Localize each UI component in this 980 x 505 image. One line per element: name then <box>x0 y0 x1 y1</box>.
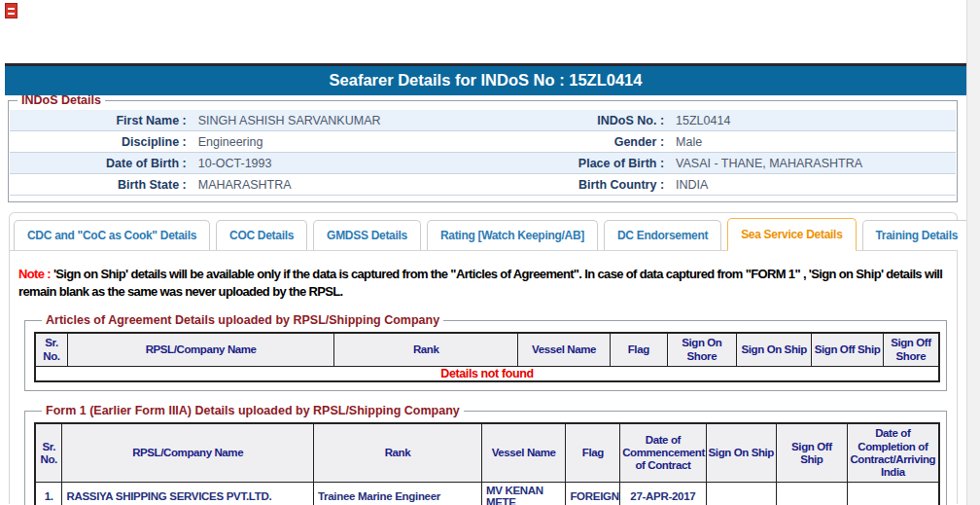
col-sign-off-shore: Sign Off Shore <box>883 333 939 366</box>
page-title: Seafarer Details for INDoS No : 15ZL0414 <box>5 63 966 95</box>
field-value: 15ZL0414 <box>672 114 956 127</box>
tab-sea-service-details[interactable]: Sea Service Details <box>727 218 856 251</box>
cell-date-of-completion <box>847 483 939 505</box>
articles-of-agreement-table: Sr. No. RPSL/Company Name Rank Vessel Na… <box>34 332 940 382</box>
cell-sign-off-ship <box>777 483 848 505</box>
details-not-found-message: Details not found <box>35 366 939 381</box>
table-row: Details not found <box>35 366 939 381</box>
col-sign-off-ship: Sign Off Ship <box>812 333 883 366</box>
tab-rating-watch-keeping-ab[interactable]: Rating [Watch Keeping/AB] <box>427 220 598 250</box>
field-label: Discipline : <box>10 135 194 149</box>
indos-details-fieldset: INDoS Details First Name : SINGH ASHISH … <box>8 93 958 202</box>
field-label: INDoS No. : <box>492 114 672 127</box>
col-rpsl-company-name: RPSL/Company Name <box>62 423 314 482</box>
field-label: Date of Birth : <box>10 157 194 170</box>
col-sign-on-ship: Sign On Ship <box>737 333 812 366</box>
indos-details-legend: INDoS Details <box>18 93 105 107</box>
col-rank: Rank <box>313 423 481 482</box>
col-sign-off-ship: Sign Off Ship <box>777 423 848 482</box>
col-flag: Flag <box>610 333 667 366</box>
col-date-of-completion: Date of Completion of Contract/Arriving … <box>847 423 939 482</box>
col-flag: Flag <box>566 423 620 482</box>
form1-details-legend: Form 1 (Earlier Form IIIA) Details uploa… <box>42 404 464 417</box>
form1-details-fieldset: Form 1 (Earlier Form IIIA) Details uploa… <box>24 404 947 505</box>
table-header-row: Sr. No. RPSL/Company Name Rank Vessel Na… <box>35 333 939 366</box>
col-rpsl-company-name: RPSL/Company Name <box>67 333 333 366</box>
cell-sign-on-ship <box>706 483 777 505</box>
indos-row: Date of Birth : 10-OCT-1993 Place of Bir… <box>10 153 956 174</box>
tab-strip: CDC and "CoC as Cook" Details COC Detail… <box>10 213 957 251</box>
field-label: Place of Birth : <box>492 157 672 170</box>
col-vessel-name: Vessel Name <box>518 333 611 366</box>
cell-rpsl-company-name: RASSIYA SHIPPING SERVICES PVT.LTD. <box>62 483 314 505</box>
field-value: VASAI - THANE, MAHARASHTRA <box>672 157 956 170</box>
field-value: Engineering <box>194 135 492 149</box>
broken-image-icon <box>5 3 18 18</box>
indos-row: Discipline : Engineering Gender : Male <box>10 131 956 153</box>
field-label: Birth State : <box>10 178 194 192</box>
sign-on-ship-note: Note : 'Sign on Ship' details will be av… <box>18 266 947 301</box>
field-value: INDIA <box>672 178 956 192</box>
field-label: Birth Country : <box>492 178 672 192</box>
articles-of-agreement-legend: Articles of Agreement Details uploaded b… <box>42 313 443 327</box>
field-value: SINGH ASHISH SARVANKUMAR <box>194 114 492 127</box>
tab-content-panel: CDC and "CoC as Cook" Details COC Detail… <box>9 212 958 504</box>
cell-flag: FOREIGN <box>566 483 620 505</box>
form1-details-table: Sr. No. RPSL/Company Name Rank Vessel Na… <box>34 422 940 505</box>
cell-rank: Trainee Marine Engineer <box>313 483 481 505</box>
table-row: 1. RASSIYA SHIPPING SERVICES PVT.LTD. Tr… <box>35 483 939 505</box>
indos-row: Birth State : MAHARASHTRA Birth Country … <box>10 174 956 196</box>
col-vessel-name: Vessel Name <box>481 423 565 482</box>
field-value: MAHARASHTRA <box>194 178 492 192</box>
col-rank: Rank <box>334 333 518 366</box>
note-body: 'Sign on Ship' details will be available… <box>18 267 942 299</box>
col-sr-no: Sr. No. <box>35 333 67 366</box>
field-value: 10-OCT-1993 <box>194 157 492 170</box>
tab-coc-details[interactable]: COC Details <box>216 220 307 250</box>
indos-row: First Name : SINGH ASHISH SARVANKUMAR IN… <box>10 110 956 131</box>
tab-dc-endorsement[interactable]: DC Endorsement <box>604 220 721 250</box>
col-sign-on-shore: Sign On Shore <box>667 333 737 366</box>
field-value: Male <box>672 135 956 149</box>
tab-cdc-coc-as-cook-details[interactable]: CDC and "CoC as Cook" Details <box>14 220 210 250</box>
cell-date-of-commencement: 27-APR-2017 <box>620 483 706 505</box>
col-sr-no: Sr. No. <box>35 423 62 482</box>
col-sign-on-ship: Sign On Ship <box>706 423 777 482</box>
vertical-scrollbar[interactable] <box>966 0 980 505</box>
col-date-of-commencement: Date of Commencement of Contract <box>620 423 706 482</box>
table-header-row: Sr. No. RPSL/Company Name Rank Vessel Na… <box>35 423 939 482</box>
field-label: Gender : <box>492 135 672 149</box>
tab-gmdss-details[interactable]: GMDSS Details <box>313 220 421 250</box>
articles-of-agreement-fieldset: Articles of Agreement Details uploaded b… <box>24 313 947 391</box>
tab-training-details[interactable]: Training Details <box>862 220 972 250</box>
note-prefix: Note : <box>18 267 51 281</box>
cell-vessel-name: MV KENAN METE <box>481 483 565 505</box>
seafarer-details-page: Seafarer Details for INDoS No : 15ZL0414… <box>0 0 980 505</box>
cell-sr-no: 1. <box>35 483 62 505</box>
field-label: First Name : <box>10 114 194 127</box>
